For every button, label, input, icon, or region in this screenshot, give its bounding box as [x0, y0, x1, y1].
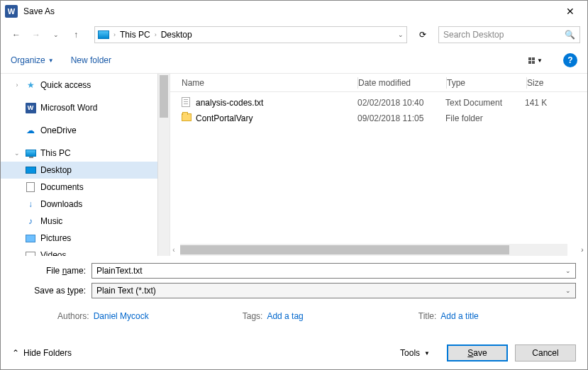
forward-button[interactable]: → [28, 26, 45, 43]
download-icon: ↓ [25, 199, 36, 209]
tree-onedrive[interactable]: ☁ OneDrive [1, 122, 157, 139]
close-button[interactable]: ✕ [554, 1, 586, 22]
col-size[interactable]: Size [527, 78, 587, 88]
col-date[interactable]: Date modified [358, 78, 446, 88]
chevron-down-icon[interactable]: ⌄ [565, 287, 571, 294]
address-bar[interactable]: › This PC › Desktop ⌄ [94, 26, 407, 43]
chevron-down-icon: ⌄ [13, 150, 21, 157]
file-type: Text Document [445, 98, 525, 108]
text-file-icon [182, 97, 190, 107]
tree-label: Documents [40, 182, 84, 192]
tree-label: Pictures [40, 233, 71, 243]
address-dropdown[interactable]: ⌄ [398, 31, 404, 38]
tools-label: Tools [400, 348, 420, 358]
file-name-combo[interactable]: ⌄ [91, 263, 576, 279]
organize-button[interactable]: Organize ▼ [11, 55, 54, 65]
file-date: 02/02/2018 10:40 [357, 98, 445, 108]
tree-this-pc[interactable]: ⌄ This PC [1, 145, 157, 162]
monitor-icon [26, 150, 36, 157]
up-button[interactable]: ↑ [67, 26, 84, 43]
file-name: ContPortalVary [196, 113, 357, 123]
file-rows: analysis-codes.txt 02/02/2018 10:40 Text… [170, 92, 587, 244]
refresh-button[interactable]: ⟳ [414, 26, 431, 43]
titlebar: W Save As ✕ [1, 1, 587, 22]
main-pane: › ★ Quick access W Microsoft Word ☁ OneD… [1, 73, 587, 256]
file-size: 141 K [525, 98, 587, 108]
new-folder-button[interactable]: New folder [71, 55, 111, 65]
chevron-right-icon: › [113, 31, 116, 38]
sidebar-scrollbar[interactable] [157, 74, 170, 256]
tree-label: This PC [40, 148, 71, 158]
column-headers: Name Date modified Type Size [170, 74, 587, 92]
save-type-label: Save as type: [12, 286, 91, 296]
col-type[interactable]: Type [447, 78, 526, 88]
picture-icon [26, 235, 35, 242]
file-row[interactable]: ContPortalVary 09/02/2018 11:05 File fol… [170, 111, 587, 126]
tree-label: Microsoft Word [40, 103, 97, 113]
tree-downloads[interactable]: ↓ Downloads [1, 196, 157, 213]
star-icon: ★ [25, 80, 36, 90]
scrollbar-thumb[interactable] [160, 75, 168, 118]
file-name-label: File name: [12, 266, 91, 276]
tree-videos[interactable]: Videos [1, 247, 157, 256]
tree-word[interactable]: W Microsoft Word [1, 99, 157, 116]
tree-pictures[interactable]: Pictures [1, 230, 157, 247]
meta-row: Authors: Daniel Mycock Tags: Add a tag T… [1, 307, 587, 324]
file-date: 09/02/2018 11:05 [357, 113, 445, 123]
tree-label: Music [40, 216, 62, 226]
tree-quick-access[interactable]: › ★ Quick access [1, 77, 157, 94]
folder-icon [182, 113, 192, 121]
file-name-input[interactable] [96, 266, 565, 276]
save-label: ave [473, 348, 487, 358]
authors-label: Authors: [57, 311, 89, 321]
chevron-right-icon[interactable]: › [577, 246, 587, 254]
hide-folders-button[interactable]: ⌃ Hide Folders [12, 348, 72, 358]
file-name: analysis-codes.txt [196, 98, 357, 108]
save-type-value: Plain Text (*.txt) [96, 286, 156, 296]
tags-value[interactable]: Add a tag [267, 311, 303, 321]
pc-icon [98, 30, 109, 39]
tree-label: Quick access [40, 80, 91, 90]
title-meta-label: Title: [418, 311, 437, 321]
save-type-combo[interactable]: Plain Text (*.txt) ⌄ [91, 283, 576, 298]
view-grid-icon [528, 57, 535, 64]
tools-button[interactable]: Tools ▼ [400, 348, 430, 358]
video-icon [26, 252, 35, 257]
recent-dropdown[interactable]: ⌄ [48, 26, 65, 43]
scrollbar-thumb[interactable] [180, 245, 509, 254]
search-input[interactable] [443, 30, 565, 40]
chevron-down-icon: ▼ [48, 57, 54, 64]
navbar: ← → ⌄ ↑ › This PC › Desktop ⌄ ⟳ 🔍 [1, 22, 587, 47]
word-icon: W [26, 103, 36, 113]
hscroll-track[interactable] [180, 244, 567, 256]
sidebar: › ★ Quick access W Microsoft Word ☁ OneD… [1, 74, 170, 256]
chevron-down-icon[interactable]: ⌄ [565, 267, 571, 274]
title-meta-value[interactable]: Add a title [440, 311, 478, 321]
view-options-button[interactable]: ▼ [525, 55, 546, 66]
window-title: Save As [23, 6, 554, 16]
tree-music[interactable]: ♪ Music [1, 213, 157, 230]
content-hscroll[interactable]: ‹ › [170, 244, 587, 256]
col-name[interactable]: Name [182, 78, 357, 88]
file-row[interactable]: analysis-codes.txt 02/02/2018 10:40 Text… [170, 95, 587, 111]
help-button[interactable]: ? [563, 53, 577, 67]
authors-value[interactable]: Daniel Mycock [94, 311, 149, 321]
breadcrumb-leaf[interactable]: Desktop [161, 30, 192, 40]
save-button[interactable]: Save [447, 344, 508, 361]
tree-desktop[interactable]: Desktop [1, 162, 157, 179]
desktop-icon [26, 167, 36, 174]
chevron-right-icon: › [155, 31, 157, 38]
tree-label: Videos [40, 250, 66, 256]
back-button[interactable]: ← [8, 26, 25, 43]
file-list-pane: Name Date modified Type Size analysis-co… [170, 74, 587, 256]
word-icon: W [5, 5, 18, 18]
tree-documents[interactable]: Documents [1, 179, 157, 196]
search-box[interactable]: 🔍 [438, 26, 580, 43]
breadcrumb-root[interactable]: This PC [120, 30, 150, 40]
cancel-button[interactable]: Cancel [515, 344, 576, 361]
nav-tree: › ★ Quick access W Microsoft Word ☁ OneD… [1, 74, 157, 256]
chevron-down-icon: ▼ [537, 57, 543, 64]
file-type: File folder [445, 113, 525, 123]
organize-label: Organize [11, 55, 45, 65]
chevron-left-icon[interactable]: ‹ [170, 246, 177, 254]
